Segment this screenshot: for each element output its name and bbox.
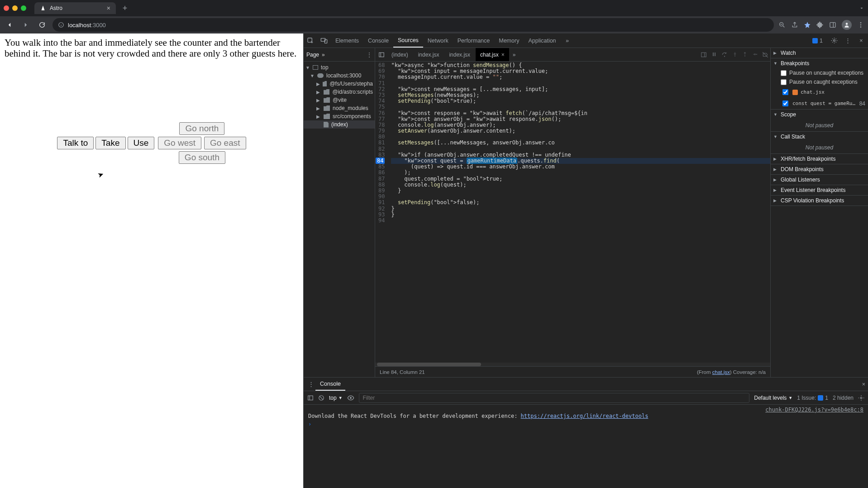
- device-toolbar-icon[interactable]: [317, 37, 331, 44]
- console-sidebar-toggle-icon[interactable]: [307, 395, 314, 401]
- go-east-button[interactable]: Go east: [204, 137, 246, 149]
- tab-application[interactable]: Application: [524, 33, 560, 48]
- issues-indicator[interactable]: 1: [808, 33, 827, 48]
- address-bar[interactable]: localhost:3000: [52, 18, 774, 32]
- console-output[interactable]: chunk-DFKQJ226.js?v=9e6b4e8c:8 Download …: [304, 405, 868, 488]
- take-button[interactable]: Take: [95, 137, 125, 149]
- console-source-link[interactable]: chunk-DFKQJ226.js?v=9e6b4e8c:8: [765, 407, 863, 413]
- xhr-breakpoints-section[interactable]: ▶XHR/fetch Breakpoints: [771, 154, 868, 164]
- drawer-menu-icon[interactable]: ⋮: [306, 381, 315, 388]
- site-info-icon[interactable]: [58, 22, 64, 28]
- tab-memory[interactable]: Memory: [494, 33, 524, 48]
- editor-tab[interactable]: index.jsx: [414, 48, 444, 61]
- tab-list-chevron-icon[interactable]: [859, 5, 864, 11]
- reload-button[interactable]: [36, 19, 48, 31]
- tree-folder[interactable]: node_modules: [333, 105, 368, 111]
- navigator-page-tab[interactable]: Page: [306, 52, 319, 58]
- event-listener-bp-section[interactable]: ▶Event Listener Breakpoints: [771, 185, 868, 195]
- navigator-more-chevron-icon[interactable]: »: [322, 52, 325, 58]
- source-link[interactable]: chat.jsx: [712, 369, 730, 375]
- window-traffic-lights[interactable]: [4, 5, 26, 11]
- console-prompt[interactable]: ›: [308, 419, 863, 427]
- editor-tab[interactable]: (index): [387, 48, 413, 61]
- debugger-deactivate-bp-icon[interactable]: [762, 52, 768, 58]
- debugger-step-icon[interactable]: [752, 52, 758, 58]
- inspect-element-icon[interactable]: [304, 37, 317, 44]
- tree-folder[interactable]: @id/astro:scripts: [332, 89, 373, 95]
- tree-host[interactable]: localhost:3000: [326, 72, 361, 79]
- share-icon[interactable]: [791, 21, 798, 29]
- drawer-tab-console[interactable]: Console: [315, 378, 345, 391]
- debugger-step-over-icon[interactable]: [721, 52, 728, 58]
- editor-more-tabs-icon[interactable]: »: [510, 52, 519, 58]
- react-devtools-link[interactable]: https://reactjs.org/link/react-devtools: [521, 413, 649, 419]
- editor-horizontal-scrollbar[interactable]: [375, 363, 770, 366]
- debugger-step-out-icon[interactable]: [742, 52, 748, 58]
- tree-folder[interactable]: src/components: [333, 113, 371, 120]
- devtools-settings-gear-icon[interactable]: [827, 37, 841, 44]
- tab-elements[interactable]: Elements: [331, 33, 363, 48]
- tab-sources[interactable]: Sources: [393, 33, 423, 48]
- tab-close-icon[interactable]: ×: [107, 5, 110, 11]
- console-levels-selector[interactable]: Default levels ▼: [754, 395, 792, 401]
- tree-top[interactable]: top: [321, 64, 329, 71]
- global-listeners-section[interactable]: ▶Global Listeners: [771, 175, 868, 185]
- extensions-icon[interactable]: [816, 21, 824, 29]
- file-tree[interactable]: ▼top ▼localhost:3000 ▶@fs/Users/stepha ▶…: [304, 62, 375, 377]
- go-south-button[interactable]: Go south: [179, 151, 225, 164]
- more-tabs-chevron-icon[interactable]: »: [561, 38, 574, 44]
- drawer-close-icon[interactable]: ×: [862, 381, 865, 388]
- browser-menu-icon[interactable]: [857, 21, 864, 29]
- tree-folder[interactable]: @vite: [333, 97, 347, 103]
- console-filter-input[interactable]: [359, 393, 750, 403]
- console-hidden-count[interactable]: 2 hidden: [833, 395, 854, 401]
- window-close-icon[interactable]: [4, 5, 9, 11]
- editor-tab-active[interactable]: chat.jsx×: [476, 48, 509, 61]
- devtools-menu-icon[interactable]: ⋮: [841, 37, 854, 44]
- profile-avatar-icon[interactable]: [842, 20, 852, 30]
- browser-tab-active[interactable]: Astro ×: [34, 2, 116, 14]
- editor-tab-close-icon[interactable]: ×: [501, 52, 505, 58]
- console-settings-gear-icon[interactable]: [858, 395, 864, 401]
- use-button[interactable]: Use: [128, 137, 155, 149]
- pause-uncaught-checkbox[interactable]: Pause on uncaught exceptions: [771, 68, 868, 77]
- debugger-split-icon[interactable]: [701, 52, 707, 58]
- window-minimize-icon[interactable]: [12, 5, 18, 11]
- bookmark-star-icon[interactable]: [804, 21, 811, 29]
- callstack-section[interactable]: ▼Call Stack: [771, 132, 868, 142]
- forward-button[interactable]: [20, 19, 32, 31]
- scope-section[interactable]: ▼Scope: [771, 110, 868, 120]
- back-button[interactable]: [4, 19, 15, 31]
- csp-violation-bp-section[interactable]: ▶CSP Violation Breakpoints: [771, 196, 868, 206]
- breakpoints-section[interactable]: ▼Breakpoints: [771, 58, 868, 68]
- tab-console[interactable]: Console: [363, 33, 393, 48]
- breakpoint-line[interactable]: const quest = gameRu…84: [771, 98, 868, 109]
- go-north-button[interactable]: Go north: [179, 122, 224, 135]
- editor-tab[interactable]: index.jsx: [444, 48, 475, 61]
- go-west-button[interactable]: Go west: [158, 137, 201, 149]
- tab-network[interactable]: Network: [423, 33, 453, 48]
- debugger-step-into-icon[interactable]: [732, 52, 738, 58]
- tree-file[interactable]: (index): [331, 121, 348, 128]
- dom-breakpoints-section[interactable]: ▶DOM Breakpoints: [771, 164, 868, 174]
- breakpoint-file[interactable]: chat.jsx: [771, 86, 868, 98]
- console-issues-indicator[interactable]: 1 Issue:1: [797, 395, 828, 401]
- devtools-close-icon[interactable]: ×: [854, 38, 868, 44]
- sidepanel-icon[interactable]: [829, 21, 836, 29]
- debugger-pause-icon[interactable]: [711, 52, 717, 58]
- tree-folder[interactable]: @fs/Users/stepha: [329, 81, 373, 87]
- window-zoom-icon[interactable]: [21, 5, 26, 11]
- watch-section[interactable]: ▶Watch: [771, 48, 868, 58]
- console-drawer: ⋮ Console × top ▼ Default levels ▼ 1 Iss…: [304, 377, 868, 488]
- console-context-selector[interactable]: top ▼: [329, 395, 343, 401]
- tab-performance[interactable]: Performance: [453, 33, 495, 48]
- pause-caught-checkbox[interactable]: Pause on caught exceptions: [771, 77, 868, 86]
- editor-sidebar-toggle-icon[interactable]: [377, 52, 386, 58]
- console-clear-icon[interactable]: [318, 395, 324, 401]
- code-editor[interactable]: 6869707172737475767778798081828384858687…: [375, 62, 770, 363]
- console-live-expression-icon[interactable]: [347, 394, 354, 402]
- zoom-icon[interactable]: [778, 21, 786, 29]
- navigator-menu-icon[interactable]: ⋮: [367, 52, 372, 58]
- talk-to-button[interactable]: Talk to: [57, 137, 94, 149]
- new-tab-button[interactable]: +: [119, 3, 130, 14]
